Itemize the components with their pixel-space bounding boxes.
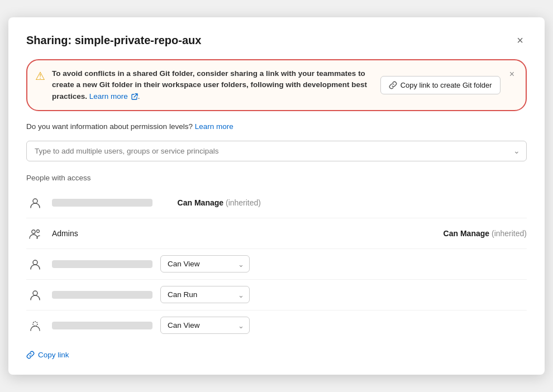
permission-dropdown[interactable]: Can Manage Can Run Can View No Access (160, 317, 250, 334)
permission-learn-more-link[interactable]: Learn more (195, 122, 233, 131)
permission-info: Do you want information about permission… (26, 122, 527, 131)
user-icon (26, 286, 44, 304)
svg-point-3 (33, 260, 37, 265)
search-input[interactable] (26, 141, 527, 161)
permission-dropdown[interactable]: Can Manage Can Run Can View No Access (160, 286, 250, 303)
person-name-blurred (52, 291, 152, 299)
external-link-icon (131, 93, 138, 100)
table-row: Can Manage Can Run Can View No Access ⌄ (26, 280, 527, 310)
user-outline-icon (26, 317, 44, 334)
search-container: ⌄ (26, 141, 527, 161)
banner-close-button[interactable]: × (507, 68, 517, 80)
people-section-title: People with access (26, 174, 527, 182)
permission-label: Can Manage (inherited) (426, 229, 527, 238)
table-row: Can Manage Can Run Can View No Access ⌄ (26, 249, 527, 280)
copy-link-button[interactable]: Copy link (26, 351, 69, 359)
table-row: Admins Can Manage (inherited) (26, 218, 527, 249)
permission-label: Can Manage (inherited) (160, 198, 261, 207)
copy-git-folder-button[interactable]: Copy link to create Git folder (380, 76, 500, 94)
user-icon (26, 194, 44, 212)
dialog-header: Sharing: simple-private-repo-aux × (26, 33, 527, 48)
person-name-blurred (52, 199, 152, 207)
group-icon (26, 224, 44, 242)
warning-banner: ⚠ To avoid conflicts in a shared Git fol… (26, 59, 527, 111)
warning-learn-more-link[interactable]: Learn more (89, 92, 128, 101)
close-button[interactable]: × (513, 33, 527, 48)
permission-dropdown-wrapper: Can Manage Can Run Can View No Access ⌄ (160, 255, 250, 273)
table-row: Can Manage Can Run Can View No Access ⌄ (26, 310, 527, 341)
svg-point-4 (33, 291, 37, 295)
link-footer-icon (26, 351, 35, 359)
svg-point-1 (32, 230, 35, 233)
person-name-blurred (52, 260, 152, 268)
permission-dropdown-wrapper: Can Manage Can Run Can View No Access ⌄ (160, 286, 250, 303)
footer: Copy link (26, 351, 527, 359)
user-icon (26, 255, 44, 273)
dialog-title: Sharing: simple-private-repo-aux (26, 34, 201, 47)
person-name-blurred (52, 322, 152, 329)
person-name: Admins (52, 229, 418, 238)
svg-point-0 (33, 199, 37, 203)
link-icon (389, 81, 397, 89)
warning-icon: ⚠ (35, 69, 45, 83)
svg-point-5 (33, 322, 37, 326)
people-list: Can Manage (inherited) Admins Can Manage… (26, 188, 527, 341)
table-row: Can Manage (inherited) (26, 188, 527, 218)
warning-text: To avoid conflicts in a shared Git folde… (52, 68, 374, 102)
permission-dropdown-wrapper: Can Manage Can Run Can View No Access ⌄ (160, 317, 250, 334)
svg-point-2 (37, 230, 40, 232)
sharing-dialog: Sharing: simple-private-repo-aux × ⚠ To … (8, 17, 545, 375)
permission-dropdown[interactable]: Can Manage Can Run Can View No Access (160, 255, 250, 273)
